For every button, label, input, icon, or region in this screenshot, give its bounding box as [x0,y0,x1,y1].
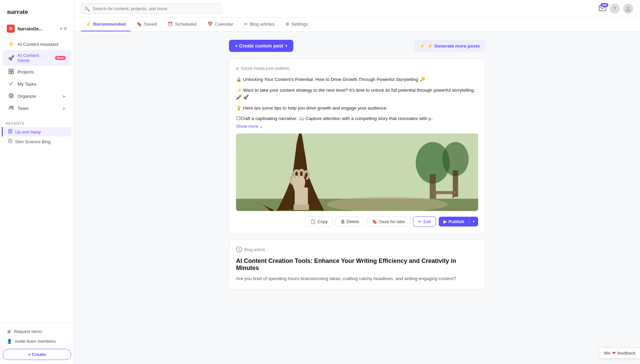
tab-settings[interactable]: ⚙ Settings [281,18,313,31]
publish-dropdown-button[interactable]: ▾ [469,217,478,226]
sidebar-item-organize[interactable]: Organize ▶ [3,90,71,102]
svg-point-18 [627,6,630,9]
add-user-icon: 👤 [7,339,12,344]
org-selector[interactable]: N NarratoDe... ▾ ⚙ [3,22,71,35]
sidebar-nav-label: AI Content Assistant [18,42,59,47]
sidebar-bottom: 🖥 Request demo 👤 Invite team members + C… [0,322,74,364]
clock-icon: ⏰ [168,22,173,27]
rocket-icon: 🚀 [8,55,14,61]
org-name: NarratoDe... [18,26,57,31]
search-box: 🔍 [81,3,223,14]
doc-icon [8,129,12,134]
projects-icon [8,69,14,75]
settings-icon[interactable]: ⚙ [63,26,67,31]
recent-item-up-and-away[interactable]: Up and Away [2,127,71,136]
copy-icon: 📋 [310,219,316,224]
publish-group: ▶ Publish ▾ [439,217,478,226]
main-area: 🔍 296 ? ⚡ Recommended 🔖 Saved ⏰ Schedule… [74,0,640,364]
trash-icon: 🗑 [341,219,345,224]
topbar: 🔍 296 ? [74,0,640,18]
delete-label: Delete [347,219,359,224]
tab-label: Calendar [215,22,233,27]
tab-calendar[interactable]: 📅 Calendar [203,18,238,31]
tab-label: Saved [144,22,157,27]
create-custom-post-button[interactable]: + Create custom post ▾ [229,40,293,52]
user-avatar[interactable] [623,4,633,14]
tab-recommended[interactable]: ⚡ Recommended [81,18,130,31]
edit-button[interactable]: ✏ Edit [413,216,436,227]
create-post-label: + Create custom post [235,43,283,49]
search-icon: 🔍 [84,6,90,11]
help-icon[interactable]: ? [610,4,620,14]
delete-button[interactable]: 🗑 Delete [336,216,365,227]
org-actions: ▾ ⚙ [60,26,67,31]
email-badge: 296 [601,3,608,7]
copy-button[interactable]: 📋 Copy [305,216,332,227]
gear-icon: ⚙ [285,22,289,27]
tab-scheduled[interactable]: ⏰ Scheduled [163,18,201,31]
post-image [236,133,478,211]
save-for-later-button[interactable]: 🔖 Save for later [367,216,410,227]
hash-icon: # [236,66,239,71]
sidebar-nav-label: AI Content Genie [18,53,50,63]
sidebar-item-ai-content-genie[interactable]: 🚀 AI Content Genie New! [3,50,71,66]
blog-type-text: Blog article [244,247,265,252]
edit-label: Edit [424,219,431,224]
narrato-logo: narrato [5,6,42,17]
generate-more-posts-button[interactable]: ⚡ ⚡ Generate more posts [414,40,485,52]
sidebar-nav-label: Team [18,106,29,111]
topbar-right: 296 ? [599,4,633,14]
search-input[interactable] [81,3,223,14]
heart-icon: ❤ [612,351,616,356]
sidebar-item-my-tasks[interactable]: My Tasks [3,78,71,90]
nav-tabs: ⚡ Recommended 🔖 Saved ⏰ Scheduled 📅 Cale… [74,18,640,32]
svg-rect-3 [9,72,11,74]
svg-rect-4 [11,72,13,74]
publish-button[interactable]: ▶ Publish [439,217,469,226]
sidebar-item-projects[interactable]: Projects [3,66,71,78]
sidebar-nav: ⚡ AI Content Assistant 🚀 AI Content Geni… [0,35,74,117]
post-content: 🔒 Unlocking Your Content's Potential: Ho… [236,76,478,122]
feedback-label: We [604,351,610,356]
generate-label: ⚡ Generate more posts [427,43,480,49]
team-icon [8,105,14,112]
dropdown-arrow-icon: ▾ [285,44,287,48]
post-type-label: # Social media post (edited) [236,66,478,71]
post-actions: 📋 Copy 🗑 Delete 🔖 Save for later ✏ Edit [236,216,478,227]
request-demo-label: Request demo [14,329,42,334]
invite-team-button[interactable]: 👤 Invite team members [3,336,71,346]
copy-label: Copy [317,219,327,224]
post-type-text: Social media post (edited) [241,66,290,71]
chevron-down-icon: ▾ [60,26,62,31]
svg-text:narrato: narrato [7,8,28,15]
sidebar-item-team[interactable]: Team ▶ [3,102,71,114]
edit-pencil-icon: ✏ [418,219,422,224]
show-more-label: Show more ⌄ [236,124,263,129]
social-media-post-card: # Social media post (edited) 🔒 Unlocking… [229,59,485,234]
svg-rect-1 [9,69,11,71]
show-more-button[interactable]: Show more ⌄ [236,124,478,129]
post-title-line: 🔒 Unlocking Your Content's Potential: Ho… [236,76,478,83]
doc-icon [8,139,12,144]
sidebar: narrato N NarratoDe... ▾ ⚙ ⚡ AI Content … [0,0,74,364]
sidebar-nav-label: My Tasks [18,82,36,87]
tab-label: Blog articles [250,22,275,27]
lightning-generate-icon: ⚡ [419,43,425,49]
chevron-right-icon: ▶ [63,94,66,98]
recent-item-skin-science-blog[interactable]: Skin Science Blog [3,137,71,146]
blog-title: AI Content Creation Tools: Enhance Your … [236,257,478,272]
sidebar-item-ai-content-assistant[interactable]: ⚡ AI Content Assistant [3,38,71,50]
organize-icon [8,93,14,99]
create-button[interactable]: + Create [3,349,71,360]
svg-point-8 [12,106,13,108]
tab-blog-articles[interactable]: ✏ Blog articles [239,18,280,31]
tab-saved[interactable]: 🔖 Saved [132,18,162,31]
feedback-button[interactable]: We ❤ feedback [599,347,640,359]
svg-rect-2 [11,69,13,71]
content-area: + Create custom post ▾ ⚡ ⚡ Generate more… [74,32,640,364]
bookmark-icon: 🔖 [137,22,142,27]
request-demo-button[interactable]: 🖥 Request demo [3,327,71,336]
publish-dropdown-arrow-icon: ▾ [473,219,475,223]
email-icon-button[interactable]: 296 [599,5,606,12]
recent-items: Up and Away Skin Science Blog [0,127,74,147]
